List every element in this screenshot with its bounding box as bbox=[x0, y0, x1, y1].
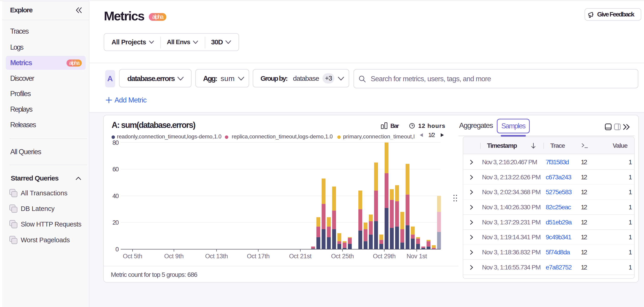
svg-text:80: 80 bbox=[112, 139, 118, 146]
svg-text:Oct 25th: Oct 25th bbox=[331, 253, 354, 260]
svg-text:Oct 17th: Oct 17th bbox=[247, 253, 270, 260]
svg-text:60: 60 bbox=[112, 166, 118, 173]
svg-text:20: 20 bbox=[112, 219, 118, 226]
svg-text:Oct 21st: Oct 21st bbox=[289, 253, 312, 260]
svg-text:0: 0 bbox=[116, 246, 118, 253]
svg-text:Oct 5th: Oct 5th bbox=[123, 253, 142, 260]
svg-text:Oct 13th: Oct 13th bbox=[205, 253, 228, 260]
svg-text:Oct 9th: Oct 9th bbox=[164, 253, 184, 260]
svg-text:Oct 29th: Oct 29th bbox=[373, 253, 396, 260]
svg-text:40: 40 bbox=[112, 193, 118, 199]
svg-text:Nov 1st: Nov 1st bbox=[406, 253, 427, 260]
